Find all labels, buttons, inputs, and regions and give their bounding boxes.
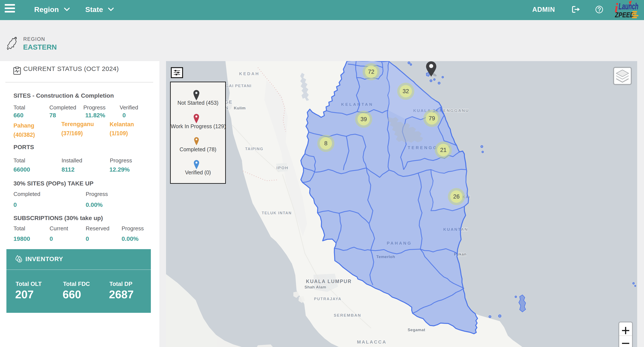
svg-text:PUTRAJAYA: PUTRAJAYA [314, 297, 342, 301]
svg-text:TELUK INTAN: TELUK INTAN [262, 211, 292, 215]
svg-text:Launch: Launch [618, 1, 638, 11]
svg-text:Shah Alam: Shah Alam [304, 285, 326, 289]
svg-text:72: 72 [368, 68, 374, 75]
svg-text:IPOH: IPOH [276, 166, 288, 170]
svg-text:$: $ [19, 258, 21, 262]
svg-text:Segamat: Segamat [408, 328, 426, 332]
svg-text:SEREMBAN: SEREMBAN [334, 313, 361, 318]
svg-text:Kulim: Kulim [234, 106, 246, 110]
svg-text:8: 8 [324, 140, 327, 146]
svg-text:GE: GE [225, 99, 232, 105]
svg-text:GAI PETANI: GAI PETANI [226, 84, 252, 88]
svg-text:26: 26 [453, 193, 460, 200]
svg-text:ZPEED: ZPEED [615, 11, 634, 18]
svg-text:21: 21 [440, 147, 446, 153]
svg-text:TAIPING: TAIPING [245, 147, 264, 151]
svg-text:32: 32 [402, 88, 409, 94]
svg-text:KEDAH: KEDAH [239, 71, 260, 76]
svg-text:MALACCA: MALACCA [357, 339, 386, 345]
svg-text:79: 79 [428, 115, 435, 122]
svg-text:KUALA LUMPUR: KUALA LUMPUR [306, 279, 352, 284]
svg-text:39: 39 [360, 116, 367, 122]
